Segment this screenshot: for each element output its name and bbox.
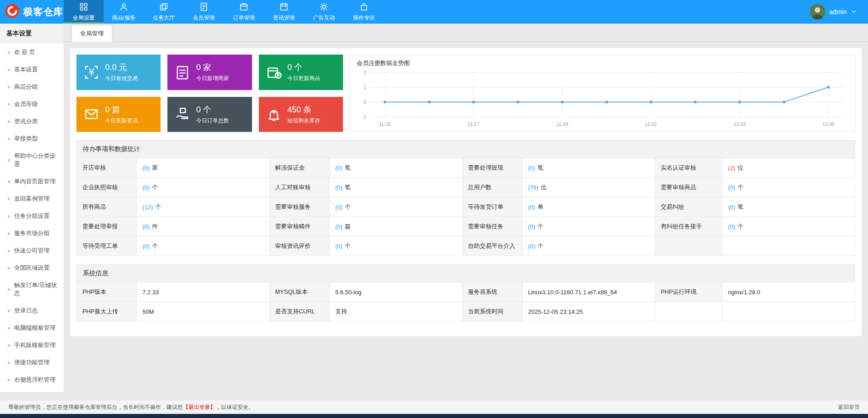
todo-count-link[interactable]: (0) [142,223,150,230]
tab-bar: 全局管理 [64,24,868,42]
todo-count-link[interactable]: (0) [528,243,535,250]
system-info-value: nginx/1.28.0 [722,282,855,302]
topnav-item-8[interactable]: 插件专区 [344,0,384,24]
sidebar-item-11[interactable]: 服务市场分组 [0,225,64,242]
stat-card-4: 0 篇今日更新资讯 [76,97,161,132]
system-info-label: PHP运行环境 [655,282,722,302]
todo-item-label: 自助交易平台介入 [463,237,523,256]
stat-card-icon [265,106,283,123]
bullet-icon [8,121,10,123]
sidebar-item-12[interactable]: 快递公司管理 [0,242,64,259]
todo-count-link[interactable]: (0) [142,243,150,250]
sidebar-item-label: 服务市场分组 [14,229,50,237]
todo-unit: 个 [152,242,158,250]
sidebar-item-6[interactable]: 举报类型 [0,130,64,147]
system-info-label: PHP最大上传 [77,302,137,322]
sidebar-item-label: 触发订单/店铺状态 [14,281,61,297]
topnav-item-7[interactable]: 广告互动 [304,0,344,24]
todo-count-link[interactable]: (79) [528,184,539,191]
tasks-icon [159,2,169,12]
todo-count-link[interactable]: (0) [728,184,735,191]
stat-card-3: 0 个今日更新商品 [259,55,343,90]
bullet-icon [8,103,10,106]
sidebar-item-label: 全国区域设置 [14,264,50,272]
todo-count-link[interactable]: (0) [142,165,150,171]
topnav-item-6[interactable]: 资讯管理 [264,0,304,24]
sidebar-item-17[interactable]: 手机版模板管理 [0,337,64,354]
envelope-icon [83,106,100,123]
sidebar-item-9[interactable]: 追回案例管理 [0,190,64,207]
todo-item-value: (0)个 [523,217,656,237]
topnav-item-label: 全局设置 [73,14,95,22]
sidebar-item-1[interactable]: 欢 迎 页 [0,44,64,61]
todo-count-link[interactable]: (0) [528,165,535,171]
todo-count-link[interactable]: (0) [335,165,343,171]
topnav-item-5[interactable]: 订单管理 [224,0,264,24]
todo-unit: 个 [345,242,351,250]
todo-item-label: 实名认证审核 [655,158,722,178]
sidebar-item-2[interactable]: 基本设置 [0,61,64,78]
member-registration-chart: -101211-2511-2711-2912-0112-0312-05 [357,69,848,129]
todo-item-value: (0)个 [523,237,656,256]
sidebar-item-18[interactable]: 便捷功能管理 [0,354,64,371]
stat-card-icon: ¥ [83,64,100,81]
todo-count-link[interactable]: (0) [728,223,735,230]
sidebar-item-16[interactable]: 电脑端模板管理 [0,319,64,337]
avatar [810,4,825,20]
todo-count-link[interactable]: (0) [528,223,535,230]
todo-item-value: (0)个 [330,237,463,256]
todo-item-label: 需要处理提现 [463,158,523,178]
sidebar-item-10[interactable]: 任务分组设置 [0,207,64,225]
sidebar-group-title[interactable]: 基本设置 [0,24,64,44]
todo-unit: 位 [541,183,547,191]
todo-count-link[interactable]: (0) [528,204,535,211]
todo-count-link[interactable]: (0) [335,223,343,230]
topnav-item-2[interactable]: 商品/服务 [104,0,144,24]
todo-unit: 笔 [345,183,351,191]
todo-item-label: 总用户数 [463,178,523,197]
topnav-item-4[interactable]: 会员管理 [184,0,224,24]
todo-count-link[interactable]: (2) [728,165,735,171]
todo-unit: 笔 [537,164,543,172]
topnav-item-label: 会员管理 [193,14,215,22]
topnav-item-label: 任务大厅 [153,14,175,22]
todo-count-link[interactable]: (0) [728,204,735,211]
svg-text:11-25: 11-25 [379,121,391,127]
sidebar-item-label: 登录日志 [14,307,38,315]
clipboard-icon [174,64,191,81]
tab-global-management[interactable]: 全局管理 [71,25,112,42]
todo-count-link[interactable]: (0) [142,184,150,191]
logout-link[interactable]: 【退出登录】 [183,404,216,410]
todo-count-link[interactable]: (0) [335,204,343,211]
topnav-item-1[interactable]: 全局设置 [64,0,104,24]
topnav-item-3[interactable]: 任务大厅 [144,0,184,24]
todo-item-value: (79)位 [523,178,656,197]
todo-unit: 篇 [345,222,351,231]
system-section: 系统信息 PHP版本7.2.33MYSQL版本5.6.50-log服务器系统Li… [76,264,855,322]
todo-count-link[interactable]: (0) [335,243,343,250]
sidebar-item-7[interactable]: 帮助中心分类设置 [0,147,64,173]
system-info-value: 支持 [330,302,463,322]
username: admin [829,8,847,15]
home-link[interactable]: 返回首页 [838,403,860,411]
sidebar-item-5[interactable]: 资讯分类 [0,113,64,130]
system-table: PHP版本7.2.33MYSQL版本5.6.50-log服务器系统Linux3.… [76,282,855,322]
sidebar-item-4[interactable]: 会员等级 [0,96,64,113]
chart-title: 会员注册数据走势图 [357,59,848,67]
hand-box-icon [174,106,191,123]
todo-section: 待办事项和数据统计 开店审核(0)家解冻保证金(0)笔需要处理提现(0)笔实名认… [76,140,855,256]
todo-count-link[interactable]: (12) [142,204,153,211]
sidebar-item-13[interactable]: 全国区域设置 [0,259,64,277]
sidebar-item-15[interactable]: 登录日志 [0,302,64,319]
content-area: 基本设置 欢 迎 页基本设置商品分组会员等级资讯分类举报类型帮助中心分类设置单内… [0,24,868,400]
dashboard-top: ¥0.0 元今日有效交易0 家今日新增商家0 个今日更新商品0 篇今日更新资讯0… [76,55,855,132]
sidebar-item-3[interactable]: 商品分组 [0,78,64,96]
sidebar-item-label: 资讯分类 [14,117,38,126]
sidebar-item-19[interactable]: 右侧悬浮栏管理 [0,371,64,388]
todo-count-link[interactable]: (0) [335,184,343,191]
sidebar-item-14[interactable]: 触发订单/店铺状态 [0,277,64,302]
sidebar-item-8[interactable]: 单内容页面管理 [0,173,64,190]
user-menu[interactable]: admin [810,0,868,24]
bullet-icon [8,51,10,54]
todo-item-value: (0)篇 [330,217,463,237]
